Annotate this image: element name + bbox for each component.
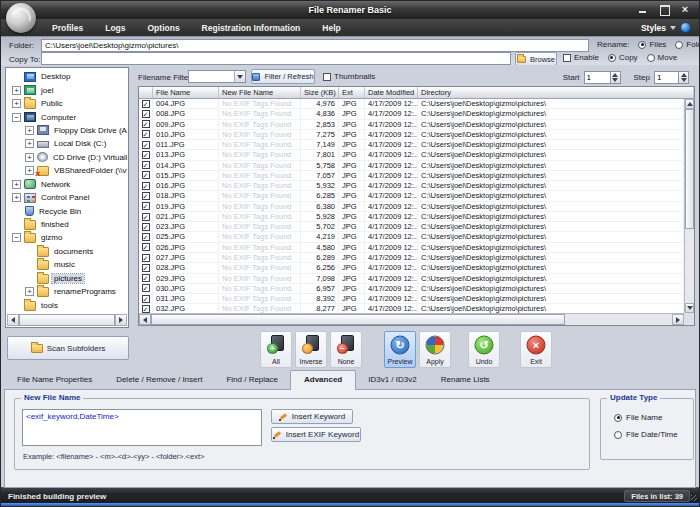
tab-delete-remove-insert[interactable]: Delete / Remove / Insert <box>104 372 214 389</box>
column-header-date-modified[interactable]: Date Modified <box>365 87 418 98</box>
file-datetime-radio[interactable] <box>614 431 622 439</box>
row-checkbox[interactable]: ✓ <box>142 110 150 118</box>
move-radio[interactable] <box>647 54 655 62</box>
inverse-button[interactable]: Inverse <box>295 331 327 368</box>
browse-button[interactable]: Browse <box>515 52 557 66</box>
step-spinner[interactable] <box>679 71 689 84</box>
row-checkbox[interactable]: ✓ <box>142 223 150 231</box>
column-header-ext[interactable]: Ext <box>339 87 365 98</box>
tab-rename-lists[interactable]: Rename Lists <box>429 372 502 389</box>
row-checkbox[interactable]: ✓ <box>142 141 150 149</box>
plus-expander-icon[interactable]: + <box>12 86 21 95</box>
table-row[interactable]: ✓027.JPGNo EXIF Tags Found6,289JPG4/17/2… <box>139 253 684 263</box>
scrollbar-thumb[interactable] <box>151 314 565 325</box>
apply-button[interactable]: Apply <box>419 331 451 368</box>
table-row[interactable]: ✓010.JPGNo EXIF Tags Found7,275JPG4/17/2… <box>139 130 684 140</box>
plus-expander-icon[interactable]: + <box>25 139 34 148</box>
none-button[interactable]: None <box>330 331 362 368</box>
tree-item-control-panel[interactable]: +Control Panel <box>8 191 127 204</box>
table-row[interactable]: ✓021.JPGNo EXIF Tags Found5,928JPG4/17/2… <box>139 212 684 222</box>
tree-item-renameprograms[interactable]: +renamePrograms <box>8 285 127 298</box>
column-header-new-file-name[interactable]: New File Name <box>219 87 301 98</box>
styles-menu[interactable]: Styles <box>641 19 691 36</box>
menu-item-profiles[interactable]: Profiles <box>41 23 94 33</box>
start-input[interactable] <box>584 71 611 84</box>
row-checkbox[interactable]: ✓ <box>142 161 150 169</box>
plus-expander-icon[interactable]: + <box>12 193 21 202</box>
plus-expander-icon[interactable]: + <box>25 126 34 135</box>
table-row[interactable]: ✓019.JPGNo EXIF Tags Found6,380JPG4/17/2… <box>139 202 684 212</box>
column-header-directory[interactable]: Directory <box>418 87 694 98</box>
scan-subfolders-button[interactable]: Scan Subfolders <box>7 336 129 360</box>
row-checkbox[interactable]: ✓ <box>142 182 150 190</box>
tree-item-music[interactable]: music <box>8 258 127 271</box>
tree-item-network[interactable]: +Network <box>8 178 127 191</box>
tree-item-tools[interactable]: tools <box>8 298 127 311</box>
close-icon[interactable] <box>680 5 690 14</box>
row-checkbox[interactable]: ✓ <box>142 192 150 200</box>
copy-radio[interactable] <box>608 54 616 62</box>
table-row[interactable]: ✓030.JPGNo EXIF Tags Found6,957JPG4/17/2… <box>139 284 684 294</box>
plus-expander-icon[interactable]: + <box>25 153 34 162</box>
table-row[interactable]: ✓004.JPGNo EXIF Tags Found4,976JPG4/17/2… <box>139 99 684 109</box>
enable-option[interactable]: Enable <box>563 53 599 62</box>
rename-folders-option[interactable]: Folders <box>675 40 700 49</box>
help-globe-icon[interactable] <box>680 22 691 33</box>
tree-item-floppy-disk-drive-a[interactable]: +Floppy Disk Drive (A:) <box>8 124 127 137</box>
tree-item-recycle-bin[interactable]: Recycle Bin <box>8 204 127 217</box>
scroll-right-icon[interactable] <box>672 314 684 325</box>
menu-item-logs[interactable]: Logs <box>94 23 136 33</box>
menu-item-help[interactable]: Help <box>311 23 351 33</box>
row-checkbox[interactable]: ✓ <box>142 264 150 272</box>
undo-button[interactable]: Undo <box>468 331 500 368</box>
tree-item-joel[interactable]: +joel <box>8 83 127 96</box>
row-checkbox[interactable]: ✓ <box>142 233 150 241</box>
table-row[interactable]: ✓018.JPGNo EXIF Tags Found6,285JPG4/17/2… <box>139 191 684 201</box>
column-header-size-kb[interactable]: Size (KB) <box>301 87 339 98</box>
insert-keyword-button[interactable]: Insert Keyword <box>271 409 353 424</box>
row-checkbox[interactable]: ✓ <box>142 213 150 221</box>
scroll-right-icon[interactable] <box>115 314 127 326</box>
file-name-radio[interactable] <box>614 414 622 422</box>
tab-advanced[interactable]: Advanced <box>290 370 356 390</box>
scroll-left-icon[interactable] <box>139 314 151 325</box>
filename-filter-combo[interactable] <box>188 70 246 83</box>
table-row[interactable]: ✓028.JPGNo EXIF Tags Found6,256JPG4/17/2… <box>139 263 684 273</box>
row-checkbox[interactable]: ✓ <box>142 243 150 251</box>
tree-item-finished[interactable]: finished <box>8 218 127 231</box>
insert-exif-keyword-button[interactable]: Insert EXIF Keyword <box>271 427 361 442</box>
update-file-name-option[interactable]: File Name <box>614 413 662 422</box>
table-row[interactable]: ✓015.JPGNo EXIF Tags Found7,057JPG4/17/2… <box>139 171 684 181</box>
preview-button[interactable]: Preview <box>384 331 416 368</box>
tree-item-vbsharedfolder-vboxsvr-2[interactable]: +VBSharedFolder (\\vboxsvr) (2 <box>8 164 127 177</box>
tree-item-public[interactable]: +Public <box>8 97 127 110</box>
tree-item-local-disk-c[interactable]: +Local Disk (C:) <box>8 137 127 150</box>
plus-expander-icon[interactable]: + <box>25 287 34 296</box>
update-file-datetime-option[interactable]: File Date/Time <box>614 430 678 439</box>
tree-item-documents[interactable]: documents <box>8 245 127 258</box>
row-checkbox[interactable]: ✓ <box>142 295 150 303</box>
tab-id3v1-id3v2[interactable]: ID3v1 / ID3v2 <box>356 372 428 389</box>
step-input[interactable] <box>654 71 679 84</box>
row-checkbox[interactable]: ✓ <box>142 274 150 282</box>
folders-radio[interactable] <box>675 41 683 49</box>
start-spinner[interactable] <box>611 71 621 84</box>
tree-item-gizmo[interactable]: −gizmo <box>8 231 127 244</box>
scroll-up-icon[interactable] <box>685 99 694 109</box>
copy-to-input[interactable] <box>41 52 511 65</box>
table-vertical-scrollbar[interactable] <box>684 99 694 313</box>
row-checkbox[interactable]: ✓ <box>142 254 150 262</box>
tree-item-computer[interactable]: −Computer <box>8 110 127 123</box>
exit-button[interactable]: Exit <box>520 331 552 368</box>
table-row[interactable]: ✓026.JPGNo EXIF Tags Found4,580JPG4/17/2… <box>139 243 684 253</box>
table-horizontal-scrollbar[interactable] <box>139 313 684 325</box>
all-button[interactable]: All <box>260 331 292 368</box>
tree-item-desktop[interactable]: Desktop <box>8 70 127 83</box>
table-row[interactable]: ✓011.JPGNo EXIF Tags Found7,149JPG4/17/2… <box>139 140 684 150</box>
table-row[interactable]: ✓016.JPGNo EXIF Tags Found5,932JPG4/17/2… <box>139 181 684 191</box>
row-checkbox[interactable]: ✓ <box>142 151 150 159</box>
minus-expander-icon[interactable]: − <box>12 233 21 242</box>
scrollbar-thumb[interactable] <box>19 314 115 326</box>
row-checkbox[interactable]: ✓ <box>142 202 150 210</box>
folder-input[interactable] <box>41 39 589 52</box>
